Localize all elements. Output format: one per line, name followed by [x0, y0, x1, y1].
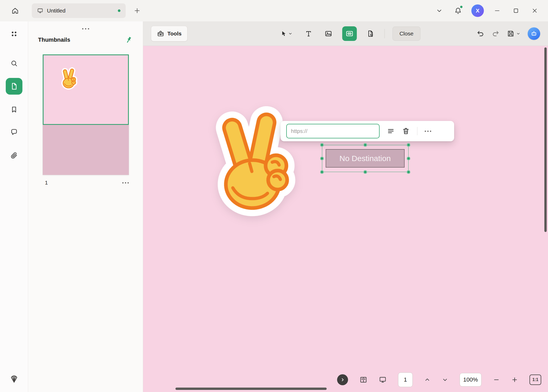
- one-to-one-label: 1:1: [532, 377, 538, 382]
- pin-icon: [125, 36, 133, 44]
- more-options-button[interactable]: [425, 131, 431, 132]
- search-button[interactable]: [8, 57, 20, 69]
- toolbar: Tools: [143, 21, 548, 46]
- redo-icon: [492, 30, 500, 38]
- panel-drag-handle[interactable]: [38, 26, 133, 29]
- resize-handle-bottom-middle[interactable]: [364, 170, 367, 174]
- link-options-button[interactable]: [387, 127, 395, 135]
- annotation-label: No Destination: [339, 154, 391, 163]
- canvas-column: Tools: [143, 21, 548, 392]
- resize-handle-top-right[interactable]: [407, 143, 410, 146]
- toolbar-right-controls: [477, 27, 540, 40]
- close-tool-button[interactable]: Close: [392, 27, 421, 41]
- expand-statusbar-button[interactable]: [337, 374, 348, 385]
- account-avatar[interactable]: X: [471, 4, 484, 17]
- resize-handle-top-left[interactable]: [320, 143, 324, 146]
- titlebar-right-controls: X: [434, 4, 540, 17]
- actual-size-button[interactable]: 1:1: [529, 375, 541, 385]
- minimize-button[interactable]: [492, 5, 503, 16]
- comments-button[interactable]: [8, 126, 20, 138]
- page-number-label: 1: [45, 180, 48, 186]
- page-link-tool-icon: [367, 30, 374, 38]
- chevron-down-icon: [288, 32, 292, 36]
- paperclip-icon: [10, 151, 18, 159]
- presentation-mode-button[interactable]: [379, 376, 387, 384]
- tab-document-icon: [37, 8, 43, 14]
- document-tab[interactable]: Untitled: [32, 3, 126, 18]
- pin-panel-button[interactable]: [125, 36, 133, 44]
- read-mode-button[interactable]: [360, 376, 367, 384]
- redo-button[interactable]: [492, 30, 500, 38]
- avatar-initial: X: [476, 8, 479, 14]
- resize-handle-top-middle[interactable]: [364, 143, 367, 146]
- apps-grid-button[interactable]: [8, 28, 20, 40]
- close-window-button[interactable]: [529, 5, 540, 16]
- tools-button[interactable]: Tools: [151, 26, 187, 41]
- chevron-down-icon: [516, 32, 520, 36]
- trash-icon: [402, 127, 410, 135]
- ai-assistant-button[interactable]: [528, 27, 540, 40]
- vertical-scrollbar[interactable]: [544, 47, 547, 232]
- resize-handle-middle-right[interactable]: [407, 157, 410, 160]
- link-annotation[interactable]: No Destination: [326, 149, 405, 168]
- document-canvas[interactable]: No Destination: [143, 46, 548, 392]
- text-tool-button[interactable]: [302, 28, 314, 40]
- popup-divider: [417, 127, 417, 135]
- thumbnails-panel: Thumbnails 1: [28, 21, 143, 392]
- minus-icon: [493, 376, 500, 383]
- undo-icon: [477, 30, 484, 38]
- attachments-button[interactable]: [8, 149, 20, 161]
- resize-handle-middle-left[interactable]: [320, 157, 324, 160]
- zoom-level-input[interactable]: 100%: [460, 373, 482, 387]
- notifications-button[interactable]: [453, 5, 464, 16]
- notification-dot: [460, 6, 462, 8]
- apps-grid-icon: [10, 30, 18, 38]
- page-link-tool-button[interactable]: [364, 28, 376, 40]
- home-button[interactable]: [9, 5, 21, 16]
- minimize-icon: [494, 7, 501, 14]
- presentation-icon: [379, 376, 387, 384]
- thumbnail-offscreen-shade: [43, 125, 129, 175]
- ai-robot-icon: [530, 30, 538, 37]
- horizontal-scrollbar[interactable]: [175, 388, 327, 390]
- resize-handle-bottom-left[interactable]: [320, 170, 324, 174]
- page-thumbnail[interactable]: [43, 54, 129, 175]
- zoom-in-button[interactable]: [511, 376, 518, 383]
- main-area: Thumbnails 1: [0, 21, 548, 392]
- bookmark-icon: [10, 106, 18, 113]
- resize-handle-bottom-right[interactable]: [407, 170, 410, 174]
- thumbnail-footer: 1: [43, 180, 129, 186]
- thumbnails-panel-button[interactable]: [6, 78, 22, 95]
- search-icon: [10, 59, 18, 67]
- next-page-button[interactable]: [442, 377, 448, 383]
- collapse-toolbar-button[interactable]: [434, 5, 445, 16]
- text-tool-icon: [305, 30, 312, 37]
- select-tool-button[interactable]: [278, 28, 295, 40]
- thumbnail-viewport-box: [43, 54, 129, 125]
- zoom-out-button[interactable]: [493, 376, 500, 383]
- chevron-right-icon: [340, 377, 345, 383]
- tab-title: Untitled: [47, 8, 65, 14]
- read-mode-icon: [360, 376, 367, 384]
- save-icon: [507, 30, 515, 38]
- home-icon: [11, 7, 19, 15]
- previous-page-button[interactable]: [424, 377, 430, 383]
- page-menu-button[interactable]: [122, 182, 129, 183]
- image-tool-button[interactable]: [322, 28, 334, 40]
- maximize-icon: [513, 7, 519, 14]
- undo-button[interactable]: [477, 30, 484, 38]
- page-number-input[interactable]: 1: [398, 372, 413, 387]
- link-tool-button[interactable]: [342, 26, 357, 41]
- list-icon: [387, 127, 395, 135]
- new-tab-button[interactable]: [131, 5, 143, 16]
- save-button[interactable]: [507, 30, 520, 38]
- app-logo-button[interactable]: [8, 373, 20, 385]
- maximize-button[interactable]: [510, 5, 521, 16]
- bookmarks-button[interactable]: [8, 103, 20, 115]
- link-url-input[interactable]: [286, 124, 380, 138]
- image-tool-icon: [324, 30, 332, 38]
- delete-link-button[interactable]: [402, 127, 410, 135]
- thumbnails-title: Thumbnails: [38, 36, 70, 43]
- left-iconbar: [0, 21, 28, 392]
- drag-handle-icon: [82, 28, 89, 29]
